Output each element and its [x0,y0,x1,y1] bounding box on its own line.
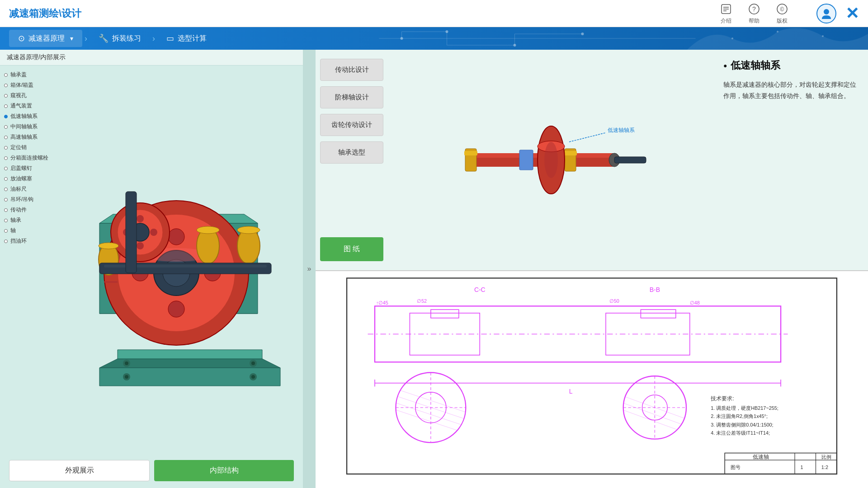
component-dot-8 [4,156,8,160]
svg-point-49 [150,229,157,236]
svg-text:图号: 图号 [731,465,741,470]
svg-point-52 [137,215,144,222]
svg-text:1: 1 [800,465,803,470]
svg-point-17 [446,30,448,33]
svg-point-71 [544,142,558,178]
component-dot-6 [4,136,8,139]
help-button[interactable]: ? 帮助 [747,2,761,25]
component-item-12[interactable]: 吊环/吊钩 [2,195,52,204]
close-button[interactable]: ✕ [845,4,859,23]
help-label: 帮助 [749,17,760,25]
svg-text:1. 调质处理，硬度HB217~255;: 1. 调质处理，硬度HB217~255; [711,405,778,411]
component-item-8[interactable]: 分箱面连接螺栓 [2,153,52,163]
component-item-10[interactable]: 放油螺塞 [2,174,52,183]
component-dot-16 [4,239,8,243]
copyright-button[interactable]: © 版权 [775,2,789,25]
component-dot-7 [4,146,8,150]
component-label-12: 吊环/吊钩 [10,196,33,203]
nav-item-selection[interactable]: ▭ 选型计算 [157,30,216,47]
drawing-button[interactable]: 图 纸 [320,237,383,261]
exterior-button[interactable]: 外观展示 [9,460,150,481]
copyright-icon: © [775,2,789,16]
component-label-15: 轴 [10,227,16,235]
card-title-text: 低速轴轴系 [731,59,780,72]
menu-btn-2[interactable]: 齿轮传动设计 [320,114,383,136]
panel-toggle-button[interactable]: » [303,50,316,488]
bottom-buttons: 外观展示 内部结构 [0,453,303,488]
circuit-decoration [216,27,859,50]
shaft-illustration: 低速轴轴系 [452,115,651,205]
chevron-right-icon: » [307,265,311,273]
app-title: 减速箱测绘\设计 [9,7,719,20]
component-label-9: 启盖螺钉 [10,164,32,172]
svg-point-56 [237,226,260,234]
component-item-6[interactable]: 高速轴轴系 [2,132,52,142]
nav-label-selection: 选型计算 [178,34,207,43]
component-item-7[interactable]: 定位销 [2,143,52,152]
info-card: 低速轴轴系 轴系是减速器的核心部分，对齿轮起支撑和定位作用，轴系主要包括传动件、… [714,50,868,270]
component-dot-13 [4,208,8,212]
svg-text:B-B: B-B [650,286,660,293]
component-label-4: 低速轴轴系 [10,113,38,120]
svg-point-16 [401,37,403,40]
component-item-4[interactable]: 低速轴轴系 [2,112,52,121]
svg-text:©: © [780,6,784,13]
component-label-10: 放油螺塞 [10,175,32,183]
nav-arrow-1: › [85,34,87,43]
nav-label-disassembly: 拆装练习 [112,34,141,43]
component-list: 轴承盖 箱体/箱盖 窥视孔 通气装置 低速轴轴系 [0,66,54,453]
svg-text:低速轴: 低速轴 [753,454,769,460]
component-item-16[interactable]: 挡油环 [2,236,52,246]
intro-button[interactable]: 介绍 [719,2,733,25]
svg-text:L: L [569,388,573,395]
intro-label: 介绍 [721,17,731,25]
component-item-9[interactable]: 启盖螺钉 [2,164,52,173]
component-item-11[interactable]: 油标尺 [2,184,52,194]
component-dot-9 [4,167,8,170]
3d-view[interactable] [54,66,303,453]
component-dot-11 [4,188,8,191]
component-item-14[interactable]: 轴承 [2,216,52,225]
svg-point-18 [514,44,516,47]
component-dot-5 [4,125,8,129]
interior-button[interactable]: 内部结构 [154,460,294,481]
svg-text:3. 调整齿侧间隙0.04/1:1500;: 3. 调整齿侧间隙0.04/1:1500; [711,422,773,427]
component-item-15[interactable]: 轴 [2,226,52,235]
disassembly-icon: 🔧 [99,33,108,43]
menu-btn-1[interactable]: 阶梯轴设计 [320,86,383,108]
svg-point-44 [168,229,184,245]
component-item-13[interactable]: 传动件 [2,205,52,215]
svg-text:低速轴轴系: 低速轴轴系 [608,127,635,133]
component-item-0[interactable]: 轴承盖 [2,70,52,80]
avatar[interactable] [816,4,836,23]
nav-item-principle[interactable]: ⊙ 减速器原理 ▾ [9,30,82,47]
svg-rect-67 [564,151,577,155]
component-label-0: 轴承盖 [10,71,27,79]
svg-point-30 [251,375,255,379]
header: 减速箱测绘\设计 介绍 ? 帮助 © 版权 ✕ [0,0,868,27]
component-item-1[interactable]: 箱体/箱盖 [2,80,52,90]
svg-text:?: ? [752,5,756,13]
svg-point-51 [137,242,144,249]
component-item-5[interactable]: 中间轴轴系 [2,122,52,131]
copyright-label: 版权 [777,17,788,25]
card-title: 低速轴轴系 [723,59,859,72]
selection-icon: ▭ [166,33,174,43]
svg-point-24 [125,361,128,365]
component-dot-15 [4,229,8,233]
menu-btn-0[interactable]: 传动比设计 [320,59,383,81]
menu-btn-3[interactable]: 轴承选型 [320,141,383,164]
info-display: 低速轴轴系 [388,50,714,270]
svg-point-43 [168,301,184,317]
component-label-11: 油标尺 [10,185,27,193]
svg-text:∅52: ∅52 [417,298,427,304]
component-label-7: 定位销 [10,144,27,151]
svg-text:∅50: ∅50 [609,298,619,304]
component-dot-14 [4,219,8,222]
svg-line-74 [569,133,605,142]
component-item-3[interactable]: 通气装置 [2,101,52,111]
component-label-16: 挡油环 [10,237,27,245]
component-item-2[interactable]: 窥视孔 [2,91,52,100]
nav-item-disassembly[interactable]: 🔧 拆装练习 [90,30,150,47]
svg-text:1:2: 1:2 [821,465,828,470]
